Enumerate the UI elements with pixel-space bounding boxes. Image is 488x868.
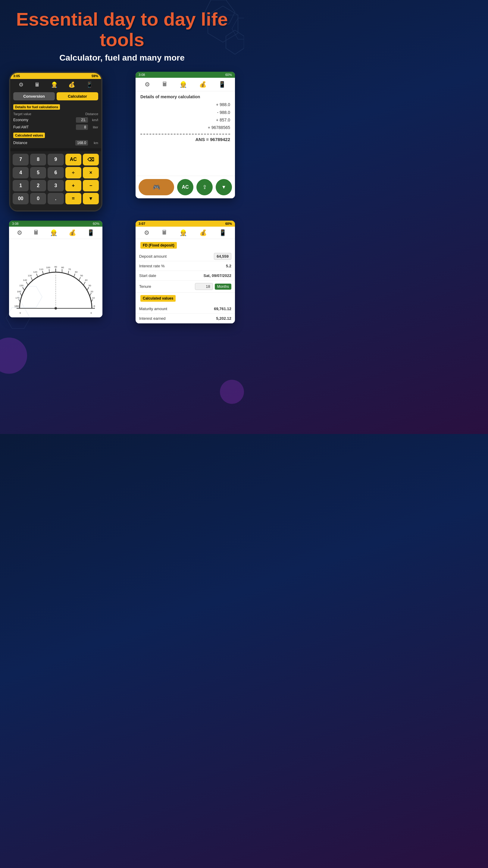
fd-battery: 60%: [225, 222, 232, 225]
memory-calc-panel: 3:08 60% ⚙ 🖩 👷 💰 📱 Details of memory cal…: [135, 72, 235, 198]
proto-time: 3:08: [12, 222, 19, 225]
key-7[interactable]: 7: [13, 154, 29, 165]
interest-earned-label: Interest earned: [139, 316, 165, 321]
left-tabs: Conversion Calculator: [10, 90, 101, 102]
deposit-row: Deposit amount 64,559: [135, 252, 235, 261]
svg-line-19: [84, 282, 85, 285]
fuel-details-header: Details for fuel calculations: [13, 104, 60, 110]
distance-unit: km: [89, 141, 98, 145]
key-4[interactable]: 4: [13, 167, 29, 179]
key-0[interactable]: 0: [30, 193, 46, 204]
svg-text:100: 100: [46, 266, 50, 269]
panel-bottom-buttons: 🎮 AC ⇪ ▼: [135, 176, 235, 198]
interest-rate-value: 5.2: [226, 264, 231, 268]
fd-icons-bar: ⚙ 🖩 👷 💰 📱: [135, 227, 235, 239]
key-dot[interactable]: .: [47, 193, 64, 204]
fuel-economy-row: Economy 21. km/l: [13, 116, 98, 124]
tenure-unit: Months: [215, 284, 231, 290]
p-calc-icon: 🖩: [33, 229, 39, 236]
gear-icon: ⚙: [19, 82, 24, 88]
share-button[interactable]: ⇪: [196, 179, 213, 195]
fd-money-icon: 💰: [199, 229, 207, 236]
proto-status-bar: 3:08 60%: [9, 221, 102, 227]
game-button[interactable]: 🎮: [138, 179, 174, 195]
key-multiply[interactable]: ×: [83, 167, 99, 179]
fd-worker-icon: 👷: [180, 229, 187, 236]
tenure-value-group: 18 Months: [195, 283, 231, 290]
deposit-label: Deposit amount: [139, 254, 167, 258]
maturity-value: 69,761.12: [214, 307, 231, 311]
svg-line-15: [90, 293, 91, 296]
p-gear-icon: ⚙: [17, 229, 22, 236]
key-2[interactable]: 2: [30, 180, 46, 191]
fuel-amt-value: 8: [76, 124, 88, 130]
fuel-unit: liter: [89, 125, 98, 129]
key-backspace[interactable]: ⌫: [83, 154, 99, 165]
keypad: 7 8 9 AC ⌫ 4 5 6 ÷ × 1 2 3 + − 00 0 . = …: [10, 151, 101, 207]
key-minus[interactable]: −: [83, 180, 99, 191]
ac-button[interactable]: AC: [177, 179, 193, 195]
proto-battery: 60%: [93, 222, 99, 225]
money-icon: 💰: [68, 82, 75, 88]
key-down[interactable]: ▼: [83, 193, 99, 204]
svg-line-37: [31, 277, 33, 281]
ac-label: AC: [182, 184, 189, 190]
fd-calc-values-header: Calculated values: [140, 295, 175, 302]
memory-line-3: + 857.0: [140, 116, 230, 124]
svg-marker-5: [18, 286, 42, 307]
distance-label: Distance: [13, 141, 27, 145]
svg-text:0: 0: [91, 312, 92, 314]
key-1[interactable]: 1: [13, 180, 29, 191]
economy-label: Economy: [13, 118, 28, 122]
worker-icon: 👷: [51, 82, 58, 88]
svg-line-35: [36, 274, 38, 277]
deposit-value-box[interactable]: 64,559: [214, 253, 231, 260]
tenure-label: Tenure: [139, 284, 151, 289]
svg-line-21: [79, 277, 80, 281]
col-distance: Distance: [85, 112, 98, 116]
svg-text:70: 70: [68, 268, 71, 271]
fuel-col-headers: Target value Distance: [13, 112, 98, 116]
calculated-values-header: Calculated values: [13, 133, 45, 138]
svg-text:50: 50: [80, 274, 83, 277]
svg-text:110: 110: [39, 268, 43, 271]
memory-title: Details of memory calculation: [140, 94, 230, 99]
share-icon: ⇪: [202, 184, 207, 190]
down-icon: ▼: [221, 184, 226, 190]
maturity-label: Maturity amount: [139, 307, 167, 311]
key-5[interactable]: 5: [30, 167, 46, 179]
svg-line-25: [68, 271, 69, 275]
svg-text:80: 80: [61, 266, 64, 269]
memory-line-4: + 96788565: [140, 124, 230, 131]
r-gear-icon: ⚙: [144, 81, 150, 88]
down-button[interactable]: ▼: [216, 179, 232, 195]
key-8[interactable]: 8: [30, 154, 46, 165]
fd-calculator-phone: 3:07 60% ⚙ 🖩 👷 💰 📱 FD (Fixed deposit) De…: [135, 221, 235, 323]
interest-rate-label: Interest rate %: [139, 264, 165, 268]
key-plus[interactable]: +: [65, 180, 82, 191]
left-icons-bar: ⚙ 🖩 👷 💰 📱: [10, 79, 101, 90]
key-3[interactable]: 3: [47, 180, 64, 191]
fd-status-bar: 3:07 60%: [135, 221, 235, 227]
key-9[interactable]: 9: [47, 154, 64, 165]
tab-calculator[interactable]: Calculator: [57, 92, 98, 100]
tenure-value[interactable]: 18: [195, 283, 213, 290]
key-double-zero[interactable]: 00: [13, 193, 29, 204]
fd-phone-icon: 📱: [219, 229, 227, 236]
key-equals[interactable]: =: [65, 193, 82, 204]
key-ac[interactable]: AC: [65, 154, 82, 165]
tab-conversion[interactable]: Conversion: [13, 92, 55, 100]
svg-text:120: 120: [33, 271, 37, 273]
svg-line-31: [49, 269, 50, 273]
svg-text:30: 30: [89, 284, 91, 287]
svg-text:60: 60: [75, 271, 78, 273]
game-icon: 🎮: [153, 184, 160, 191]
key-divide[interactable]: ÷: [65, 167, 82, 179]
memory-divider: [140, 134, 230, 134]
calculator-icon: 🖩: [35, 82, 40, 88]
interest-rate-row: Interest rate % 5.2: [135, 261, 235, 271]
key-6[interactable]: 6: [47, 167, 64, 179]
fd-calc-icon: 🖩: [161, 229, 167, 236]
svg-text:140: 140: [23, 279, 27, 281]
svg-text:130: 130: [28, 274, 32, 277]
